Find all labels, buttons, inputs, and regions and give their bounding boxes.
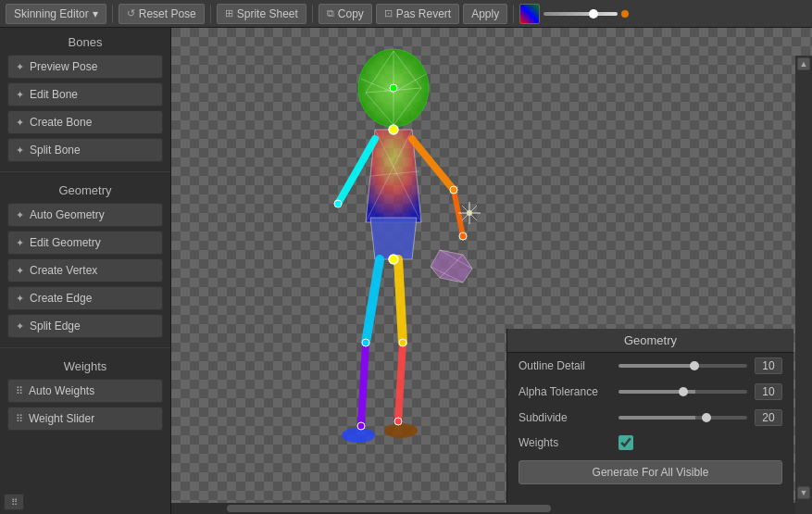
create-vertex-label: Create Vertex	[30, 264, 97, 277]
reset-pose-label: Reset Pose	[139, 7, 196, 20]
auto-weights-label: Auto Weights	[29, 384, 94, 397]
auto-geometry-button[interactable]: ✦ Auto Geometry	[7, 203, 163, 227]
geometry-panel: Geometry Outline Detail Alpha Tolerance …	[506, 329, 793, 514]
svg-line-20	[398, 343, 403, 421]
reset-pose-button[interactable]: ↺ Reset Pose	[119, 4, 205, 24]
pas-revert-icon: ⊡	[384, 7, 393, 19]
svg-point-21	[342, 428, 375, 443]
svg-point-23	[389, 125, 398, 134]
preview-pose-button[interactable]: ✦ Preview Pose	[7, 55, 163, 79]
edit-geometry-button[interactable]: ✦ Edit Geometry	[7, 231, 163, 255]
hscroll-thumb[interactable]	[227, 505, 551, 512]
scroll-down-button[interactable]: ▼	[797, 486, 810, 499]
left-bottom-icons: ⠿	[0, 490, 170, 514]
weights-section-header: Weights	[0, 352, 170, 377]
weights-label: Weights	[518, 436, 611, 449]
separator-4	[513, 5, 514, 23]
dropdown-icon: ▾	[93, 7, 98, 20]
sprite-sheet-icon: ⊞	[225, 7, 233, 19]
svg-line-18	[361, 343, 366, 426]
create-vertex-button[interactable]: ✦ Create Vertex	[7, 258, 163, 282]
pas-revert-button[interactable]: ⊡ Pas Revert	[376, 4, 459, 24]
create-bone-label: Create Bone	[30, 116, 92, 129]
create-bone-icon: ✦	[16, 117, 24, 129]
toolbar-slider-wrap	[543, 10, 629, 18]
create-edge-icon: ✦	[16, 293, 24, 305]
create-bone-button[interactable]: ✦ Create Bone	[7, 110, 163, 134]
scroll-up-button[interactable]: ▲	[797, 57, 810, 70]
toolbar: Skinning Editor ▾ ↺ Reset Pose ⊞ Sprite …	[0, 0, 812, 28]
svg-point-28	[389, 255, 398, 264]
auto-geometry-icon: ✦	[16, 209, 24, 221]
sprite-sheet-button[interactable]: ⊞ Sprite Sheet	[217, 4, 306, 24]
svg-point-27	[459, 232, 467, 240]
separator-3	[312, 5, 313, 23]
create-edge-button[interactable]: ✦ Create Edge	[7, 286, 163, 310]
skinning-editor-dropdown[interactable]: Skinning Editor ▾	[6, 4, 106, 24]
edit-bone-label: Edit Bone	[30, 88, 78, 101]
edit-bone-button[interactable]: ✦ Edit Bone	[7, 82, 163, 107]
subdivide-slider[interactable]	[618, 416, 747, 420]
geometry-section-header: Geometry	[0, 176, 170, 201]
divider-1	[0, 171, 170, 172]
vertical-scrollbar: ▲ ▼	[795, 56, 812, 503]
copy-button[interactable]: ⧉ Copy	[319, 4, 372, 24]
weight-slider-button[interactable]: ⠿ Weight Slider	[7, 407, 163, 431]
scrollbar-corner	[795, 503, 812, 514]
outline-detail-value[interactable]	[755, 357, 782, 374]
weight-slider-icon: ⠿	[16, 413, 23, 425]
small-icon-btn-1[interactable]: ⠿	[4, 494, 24, 510]
alpha-tolerance-row: Alpha Tolerance	[507, 379, 793, 405]
generate-for-all-visible-button[interactable]: Generate For All Visible	[518, 460, 782, 484]
split-bone-label: Split Bone	[30, 144, 81, 157]
auto-geometry-label: Auto Geometry	[30, 208, 105, 221]
subdivide-value[interactable]	[755, 409, 782, 426]
svg-point-26	[450, 186, 457, 194]
split-edge-label: Split Edge	[30, 320, 81, 332]
create-vertex-icon: ✦	[16, 265, 24, 277]
weights-row: Weights	[507, 431, 793, 455]
svg-point-32	[394, 418, 402, 425]
split-edge-button[interactable]: ✦ Split Edge	[7, 314, 163, 338]
svg-line-19	[398, 259, 403, 343]
sprite-sheet-label: Sprite Sheet	[237, 7, 298, 20]
svg-point-30	[399, 339, 406, 346]
horizontal-scrollbar[interactable]	[171, 503, 795, 514]
editor-label: Skinning Editor	[14, 7, 89, 20]
toolbar-dot	[621, 10, 629, 18]
svg-point-25	[334, 200, 342, 207]
subdivide-label: Subdivide	[518, 411, 611, 424]
svg-point-31	[357, 422, 365, 430]
reset-pose-icon: ↺	[127, 7, 135, 19]
color-swatch[interactable]	[519, 4, 540, 24]
svg-point-37	[467, 210, 472, 216]
preview-pose-icon: ✦	[16, 61, 24, 73]
separator-1	[112, 5, 113, 23]
weights-checkbox[interactable]	[618, 435, 633, 450]
weight-slider-label: Weight Slider	[29, 412, 94, 425]
left-panel: Bones ✦ Preview Pose ✦ Edit Bone ✦ Creat…	[0, 28, 171, 514]
copy-label: Copy	[338, 7, 364, 20]
edit-geometry-label: Edit Geometry	[30, 236, 101, 249]
svg-line-17	[366, 259, 380, 343]
preview-pose-label: Preview Pose	[30, 60, 97, 73]
canvas-area[interactable]: Geometry Outline Detail Alpha Tolerance …	[171, 28, 812, 514]
subdivide-row: Subdivide	[507, 405, 793, 431]
alpha-tolerance-label: Alpha Tolerance	[518, 385, 611, 398]
pas-revert-label: Pas Revert	[396, 7, 451, 20]
apply-button[interactable]: Apply	[463, 4, 507, 24]
alpha-tolerance-slider[interactable]	[618, 390, 747, 394]
geometry-panel-header: Geometry	[507, 329, 793, 353]
outline-detail-slider[interactable]	[618, 364, 747, 368]
toolbar-slider[interactable]	[543, 12, 618, 16]
split-edge-icon: ✦	[16, 320, 24, 332]
edit-bone-icon: ✦	[16, 89, 24, 101]
auto-weights-button[interactable]: ⠿ Auto Weights	[7, 379, 163, 403]
split-bone-button[interactable]: ✦ Split Bone	[7, 138, 163, 162]
alpha-tolerance-value[interactable]	[755, 383, 782, 400]
copy-icon: ⧉	[327, 7, 334, 19]
svg-marker-16	[370, 218, 417, 259]
bones-section-header: Bones	[0, 28, 170, 53]
edit-geometry-icon: ✦	[16, 237, 24, 249]
outline-detail-row: Outline Detail	[507, 353, 793, 379]
